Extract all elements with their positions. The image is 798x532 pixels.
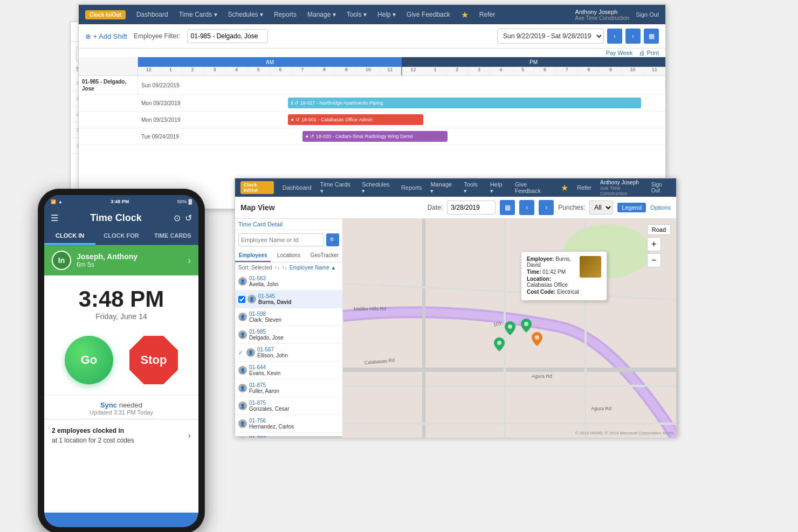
grid-view-button[interactable]: ▦ [644,29,659,44]
expand-chevron-icon[interactable]: › [188,255,191,266]
employee-avatar: 👤 [238,437,247,438]
map-copyright: © 2019 HERE, © 2019 Microsoft Corporatio… [575,431,674,436]
map-nav-timecards[interactable]: Time Cards [320,181,354,195]
map-employee-item[interactable]: 👤 01-782 Jones, Robert [235,433,342,438]
nav-timecards[interactable]: Time Cards [179,11,217,18]
employee-filter-input[interactable] [187,29,268,43]
employee-photo [580,256,601,278]
battery-icon: 50% [177,199,187,204]
map-tab-employees[interactable]: Employees [235,250,271,262]
map-zoom-in[interactable]: + [647,237,661,251]
status-time: 3:48 PM [111,199,129,204]
sort-selected-icon[interactable]: ↑↓ [274,265,280,271]
map-employee-item[interactable]: 👤 01-598 Clark, Steven [235,308,342,326]
map-brand[interactable]: Clock In/Out [240,181,274,194]
map-nav-reports[interactable]: Reports [401,184,422,191]
map-pin-2[interactable] [521,319,532,335]
map-user-company: Axe Time Construction [600,185,646,196]
row-date-1: Sun 09/22/2019 [138,80,665,91]
map-employee-item[interactable]: 👤 01-875 Fuller, Aaron [235,379,342,397]
map-employee-item[interactable]: 👤 01-875 Gonzales, Cesar [235,397,342,415]
map-employee-search[interactable] [238,233,324,246]
tab-clock-in[interactable]: CLOCK IN [44,228,95,245]
nav-help[interactable]: Help [377,11,396,18]
map-employee-item[interactable]: 👤 01-644 Evans, Kevin [235,362,342,379]
svg-text:Agura Rd: Agura Rd [591,406,611,411]
calendar-event[interactable]: ℹ ↺ 18-027 - Northridge Apartments Pipin… [288,98,642,108]
map-pin-1[interactable] [505,321,515,337]
clocked-in-banner[interactable]: In Joseph, Anthony 6m 5s › [44,245,198,275]
sync-link[interactable]: Sync [100,401,117,409]
employee-avatar: 👤 [247,295,256,303]
map-nav-help[interactable]: Help [490,181,506,195]
nav-reports[interactable]: Reports [274,11,297,18]
employees-count: 2 employees clocked in [52,427,124,434]
map-tab-locations[interactable]: Locations [271,250,306,262]
stop-button[interactable]: Stop [129,336,178,384]
next-week-button[interactable]: › [625,29,641,44]
employee-avatar: 👤 [238,313,247,321]
map-tabs: Employees Locations GeoTracker [235,250,342,262]
clocked-duration: 6m 5s [77,261,137,268]
map-nav-feedback[interactable]: Give Feedback [515,181,552,194]
go-button[interactable]: Go [65,336,113,384]
employees-section[interactable]: 2 employees clocked in at 1 location for… [44,419,198,452]
map-pin-3[interactable] [494,337,505,354]
pm-label: PM [402,57,665,67]
map-nav-dashboard[interactable]: Dashboard [283,184,312,191]
nav-schedules[interactable]: Schedules [228,11,263,18]
date-range-select[interactable]: Sun 9/22/2019 - Sat 9/28/2019 [497,29,604,44]
add-shift-button[interactable]: ⊕ + Add Shift [85,32,127,40]
employee-avatar: 👤 [238,402,247,410]
nav-tools[interactable]: Tools [347,11,367,18]
map-employee-item-selected[interactable]: 👤 01-545 Burns, David [235,291,342,308]
map-nav-tools[interactable]: Tools [464,181,481,195]
map-body: Time Card Detail 🔍 Employees Locations G… [235,219,676,438]
calendar-event[interactable]: ● ↺ 18-001 - Calabasas Office Admin [288,114,423,125]
map-sign-out[interactable]: Sign Out [651,182,671,194]
map-zoom-out[interactable]: − [647,253,661,267]
map-punches-select[interactable]: All [589,201,613,215]
map-topbar: Clock In/Out Dashboard Time Cards Schedu… [235,178,676,197]
map-next-btn[interactable]: › [539,200,554,215]
refresh-icon[interactable]: ↺ [185,213,192,223]
map-date-input[interactable] [447,201,496,215]
nav-dashboard[interactable]: Dashboard [136,11,168,18]
sort-name-icon[interactable]: ↑↓ [282,265,287,271]
map-employee-item[interactable]: ✓ 👤 01-567 Ellison, John [235,344,342,362]
map-employee-item[interactable]: 👤 01-756 Hernandez, Carlos [235,415,342,433]
map-nav-manage[interactable]: Manage [430,181,455,195]
hamburger-menu-icon[interactable]: ☰ [51,213,58,223]
nav-manage[interactable]: Manage [307,11,336,18]
prev-week-button[interactable]: ‹ [607,29,622,44]
print-button[interactable]: 🖨 Print [639,50,659,56]
nav-refer[interactable]: Refer [479,11,495,18]
map-options-button[interactable]: Options [650,204,671,211]
sort-employee-name[interactable]: Employee Name ▲ [290,265,336,271]
phone-app-title: Time Clock [64,212,168,224]
map-prev-btn[interactable]: ‹ [519,200,534,215]
map-controls: Road + − [647,224,671,267]
map-prev-date[interactable]: ▦ [500,200,515,215]
tab-clock-for[interactable]: CLOCK FOR [95,228,147,245]
employee-avatar: 👤 [246,348,255,357]
calendar-event[interactable]: ● ↺ 18-020 - Cedars-Sinai Radiology Wing… [302,131,448,142]
time-card-detail-link[interactable]: Time Card Detail [235,219,342,230]
map-search-button[interactable]: 🔍 [326,233,339,246]
employees-chevron-icon[interactable]: › [188,431,191,440]
sign-out-button[interactable]: Sign Out [636,11,659,18]
map-employee-item[interactable]: 👤 01-563 Avella, John [235,273,342,291]
calendar-brand[interactable]: Clock In/Out [85,10,126,19]
calendar-header: ⊕ + Add Shift Employee Filter: Sun 9/22/… [79,24,665,49]
map-nav-schedules[interactable]: Schedules [362,181,393,195]
map-legend-button[interactable]: Legend [617,203,646,212]
location-icon[interactable]: ⊙ [174,213,181,223]
employee-checkbox[interactable] [238,296,245,303]
map-employee-item[interactable]: 👤 01-985 Delgado, Jose [235,326,342,344]
nav-feedback[interactable]: Give Feedback [407,11,450,18]
map-tab-geotracker[interactable]: GeoTracker [307,250,342,262]
wifi-icon: ▲ [58,199,63,204]
map-pin-orange[interactable] [532,332,542,348]
map-nav-refer[interactable]: Refer [577,184,591,191]
tab-time-cards[interactable]: TIME CARDS [147,228,198,245]
